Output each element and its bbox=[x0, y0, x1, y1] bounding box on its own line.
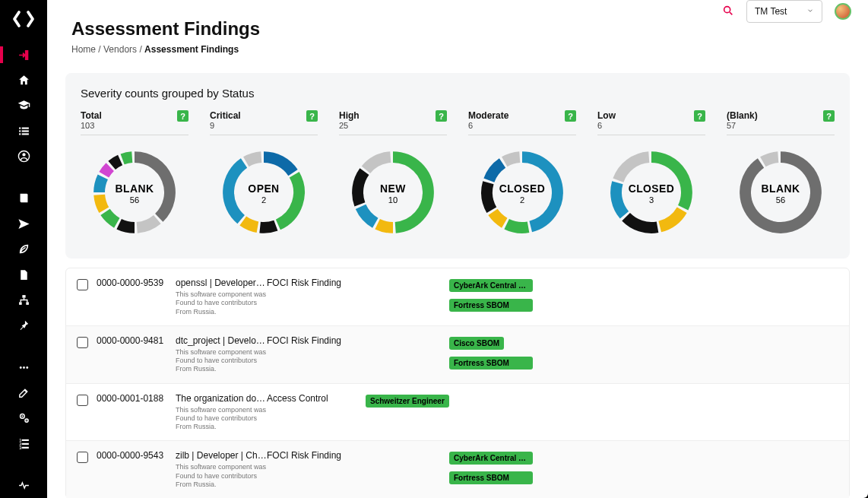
row-checkbox[interactable] bbox=[77, 452, 88, 463]
card-label: Total bbox=[81, 110, 102, 121]
severity-card: Low 6 ? CLOSED 3 bbox=[597, 110, 705, 242]
finding-category: FOCI Risk Finding bbox=[267, 335, 366, 346]
sidebar-item-book[interactable] bbox=[0, 186, 47, 211]
svg-rect-3 bbox=[21, 130, 28, 132]
finding-tags-right: Cisco SBOMFortress SBOM bbox=[449, 335, 838, 371]
help-icon[interactable]: ? bbox=[565, 110, 576, 122]
sidebar: 123 bbox=[0, 0, 47, 498]
svg-rect-4 bbox=[19, 133, 21, 135]
svg-text:3: 3 bbox=[649, 195, 654, 205]
row-checkbox[interactable] bbox=[77, 279, 88, 290]
page-head: Assessment Findings Home / Vendors / Ass… bbox=[47, 23, 868, 62]
svg-text:OPEN: OPEN bbox=[248, 182, 279, 195]
finding-title: The organization does... bbox=[176, 393, 267, 404]
sidebar-item-home[interactable] bbox=[0, 68, 47, 93]
row-checkbox[interactable] bbox=[77, 395, 88, 406]
svg-rect-21 bbox=[21, 443, 28, 445]
severity-card: (Blank) 57 ? BLANK 56 bbox=[727, 110, 835, 242]
finding-row: 0000-0000-9539 openssl | Developer | ...… bbox=[66, 268, 849, 326]
svg-rect-0 bbox=[19, 127, 21, 128]
help-icon[interactable]: ? bbox=[823, 110, 835, 122]
donut-chart: CLOSED 2 bbox=[468, 143, 576, 242]
svg-rect-5 bbox=[21, 133, 28, 135]
findings-list: 0000-0000-9539 openssl | Developer | ...… bbox=[65, 268, 850, 498]
crumb-vendors[interactable]: Vendors bbox=[103, 44, 137, 55]
finding-id: 0000-0000-9481 bbox=[97, 335, 176, 346]
svg-point-13 bbox=[26, 366, 28, 369]
svg-text:CLOSED: CLOSED bbox=[499, 182, 546, 195]
page-title: Assessment Findings bbox=[71, 18, 844, 40]
sidebar-item-edit[interactable] bbox=[0, 380, 47, 405]
svg-text:BLANK: BLANK bbox=[116, 182, 154, 195]
sidebar-item-pin[interactable] bbox=[0, 312, 47, 338]
donut-chart: CLOSED 3 bbox=[597, 143, 705, 242]
tag[interactable]: CyberArk Central Po... bbox=[449, 279, 533, 292]
help-icon[interactable]: ? bbox=[177, 110, 188, 122]
donut-chart: OPEN 2 bbox=[210, 143, 318, 242]
svg-point-7 bbox=[22, 154, 25, 157]
card-count: 25 bbox=[339, 121, 360, 130]
sidebar-item-more[interactable] bbox=[0, 354, 47, 379]
sidebar-item-education[interactable] bbox=[0, 93, 47, 118]
svg-rect-9 bbox=[19, 302, 22, 305]
avatar[interactable] bbox=[835, 3, 851, 20]
svg-text:2: 2 bbox=[261, 195, 266, 205]
finding-title: zilb | Developer | China bbox=[176, 450, 267, 461]
help-icon[interactable]: ? bbox=[694, 110, 705, 122]
tag[interactable]: Cisco SBOM bbox=[449, 337, 504, 350]
severity-cards: Total 103 ? BLANK 56 Critical 9 ? OPEN 2… bbox=[81, 110, 835, 242]
crumb-home[interactable]: Home bbox=[71, 44, 96, 55]
logo bbox=[11, 6, 36, 31]
sidebar-item-file[interactable] bbox=[0, 262, 47, 287]
search-icon[interactable] bbox=[722, 5, 734, 19]
svg-rect-8 bbox=[22, 295, 25, 298]
svg-text:56: 56 bbox=[776, 195, 785, 205]
svg-rect-23 bbox=[21, 447, 28, 449]
finding-sub: This software component wasFound to have… bbox=[176, 406, 267, 432]
chevron-down-icon bbox=[806, 6, 814, 17]
sidebar-item-account[interactable] bbox=[0, 144, 47, 169]
finding-row: 0000-0001-0188 The organization does... … bbox=[66, 384, 849, 442]
help-icon[interactable]: ? bbox=[436, 110, 447, 122]
finding-sub: This software component wasFound to have… bbox=[176, 463, 267, 489]
svg-text:2: 2 bbox=[520, 195, 524, 205]
help-icon[interactable]: ? bbox=[306, 110, 318, 122]
svg-point-11 bbox=[19, 366, 21, 369]
finding-id: 0000-0000-9543 bbox=[97, 450, 176, 461]
main: TM Test Assessment Findings Home / Vendo… bbox=[47, 0, 868, 498]
donut-chart: BLANK 56 bbox=[81, 143, 188, 242]
sidebar-item-tasks[interactable]: 123 bbox=[0, 431, 47, 456]
sidebar-item-sitemap[interactable] bbox=[0, 287, 47, 312]
svg-text:3: 3 bbox=[19, 446, 21, 450]
sidebar-item-health[interactable] bbox=[0, 473, 47, 498]
svg-point-24 bbox=[724, 6, 730, 12]
svg-text:NEW: NEW bbox=[380, 182, 406, 195]
donut-chart: NEW 10 bbox=[339, 143, 447, 242]
card-label: Critical bbox=[210, 110, 241, 121]
svg-point-17 bbox=[26, 420, 27, 421]
finding-id: 0000-0000-9539 bbox=[97, 278, 176, 288]
tenant-select-label: TM Test bbox=[755, 6, 787, 17]
sidebar-item-leaf[interactable] bbox=[0, 236, 47, 262]
sidebar-item-settings[interactable] bbox=[0, 405, 47, 430]
card-label: Moderate bbox=[468, 110, 508, 121]
tag[interactable]: CyberArk Central Po... bbox=[449, 452, 533, 465]
sidebar-item-login[interactable] bbox=[0, 42, 47, 67]
row-checkbox[interactable] bbox=[77, 337, 88, 348]
severity-card: Critical 9 ? OPEN 2 bbox=[210, 110, 318, 242]
svg-text:BLANK: BLANK bbox=[762, 182, 800, 195]
tag[interactable]: Fortress SBOM bbox=[449, 299, 533, 312]
card-count: 57 bbox=[727, 121, 758, 130]
finding-title: dtc_project | Develope... bbox=[176, 335, 267, 346]
tag[interactable]: Fortress SBOM bbox=[449, 471, 533, 484]
sidebar-item-list[interactable] bbox=[0, 119, 47, 144]
svg-point-12 bbox=[23, 366, 25, 369]
svg-point-15 bbox=[21, 416, 23, 417]
tag[interactable]: Schweitzer Engineer bbox=[366, 395, 449, 408]
sidebar-item-send[interactable] bbox=[0, 211, 47, 236]
card-count: 9 bbox=[210, 121, 241, 130]
crumb-current: Assessment Findings bbox=[144, 44, 239, 55]
svg-rect-1 bbox=[21, 127, 28, 128]
svg-text:10: 10 bbox=[388, 195, 398, 205]
tag[interactable]: Fortress SBOM bbox=[449, 357, 533, 370]
